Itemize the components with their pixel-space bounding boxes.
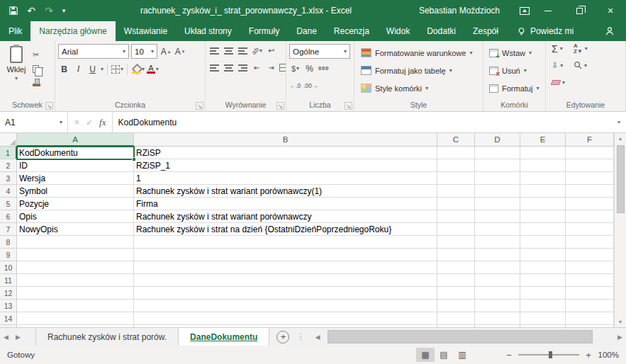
cell-e8[interactable] — [520, 236, 566, 249]
cell-e4[interactable] — [520, 185, 566, 198]
cell-f6[interactable] — [566, 210, 614, 223]
column-header-c[interactable]: C — [437, 133, 475, 147]
ribbon-tab-review[interactable]: Recenzja — [325, 21, 378, 41]
zoom-in-button[interactable]: + — [583, 350, 593, 360]
cell-c4[interactable] — [437, 185, 475, 198]
cell-d7[interactable] — [475, 223, 520, 236]
cell-c1[interactable] — [437, 147, 475, 159]
ribbon-tab-page-layout[interactable]: Układ strony — [176, 21, 240, 41]
ribbon-tab-data[interactable]: Dane — [288, 21, 325, 41]
increase-decimal-button[interactable]: ←.0 — [289, 79, 301, 92]
cell-f3[interactable] — [566, 172, 614, 185]
column-header-f[interactable]: F — [566, 133, 614, 147]
ribbon-tab-team[interactable]: Zespół — [464, 21, 507, 41]
horizontal-scroll-thumb[interactable] — [328, 330, 592, 343]
share-button[interactable] — [605, 21, 615, 41]
cell-f7[interactable] — [566, 223, 614, 236]
prev-sheet-button[interactable]: ◀ — [0, 334, 12, 341]
cell-f14[interactable] — [566, 312, 614, 325]
column-header-d[interactable]: D — [475, 133, 520, 147]
number-format-combo[interactable]: Ogólne ▾ — [289, 44, 350, 59]
sort-filter-button[interactable]: AZ▼▾ — [574, 42, 588, 55]
close-button[interactable]: × — [595, 0, 626, 21]
wrap-text-button[interactable]: ↩ — [265, 44, 277, 57]
borders-button[interactable]: ▾ — [111, 62, 123, 76]
zoom-slider-thumb[interactable] — [549, 351, 552, 358]
cell-d12[interactable] — [475, 287, 520, 300]
redo-button[interactable]: ↷ — [41, 3, 57, 18]
cell-d5[interactable] — [475, 198, 520, 210]
cell-d2[interactable] — [475, 159, 520, 172]
clipboard-dialog-launcher[interactable]: ↘ — [45, 102, 53, 110]
cell-c13[interactable] — [437, 300, 475, 312]
cell-d6[interactable] — [475, 210, 520, 223]
cell-c7[interactable] — [437, 223, 475, 236]
page-break-view-button[interactable]: ▥ — [453, 348, 471, 362]
cell-b1[interactable]: RZiSP — [134, 147, 437, 159]
comma-style-button[interactable]: 000 — [318, 62, 330, 75]
align-bottom-button[interactable] — [237, 44, 249, 57]
horizontal-scrollbar[interactable] — [325, 328, 613, 346]
zoom-out-button[interactable]: − — [504, 350, 514, 360]
cell-e5[interactable] — [520, 198, 566, 210]
row-header-14[interactable]: 14 — [0, 312, 17, 325]
hscroll-right-arrow[interactable]: ▶ — [614, 334, 626, 341]
cell-e7[interactable] — [520, 223, 566, 236]
cell-d9[interactable] — [475, 249, 520, 261]
hscroll-left-arrow[interactable]: ◀ — [311, 334, 323, 341]
save-button[interactable] — [6, 3, 21, 18]
cell-b6[interactable]: Rachunek zysków i strat wariant porównaw… — [134, 210, 437, 223]
cell-styles-button[interactable]: Style komórki▾ — [357, 79, 480, 97]
cell-f2[interactable] — [566, 159, 614, 172]
fill-button[interactable]: ⇩▾ — [552, 59, 565, 72]
cell-e3[interactable] — [520, 172, 566, 185]
cell-c2[interactable] — [437, 159, 475, 172]
cell-a3[interactable]: Wersja — [17, 172, 134, 185]
zoom-slider[interactable] — [518, 354, 579, 356]
cell-a6[interactable]: Opis — [17, 210, 134, 223]
page-layout-view-button[interactable]: ▤ — [435, 348, 453, 362]
cell-f13[interactable] — [566, 300, 614, 312]
cell-f8[interactable] — [566, 236, 614, 249]
increase-font-size-button[interactable]: A▴ — [160, 45, 172, 58]
ribbon-tab-insert[interactable]: Wstawianie — [116, 21, 176, 41]
font-name-combo[interactable]: Arial ▾ — [58, 44, 129, 59]
cell-f11[interactable] — [566, 274, 614, 287]
row-header-3[interactable]: 3 — [0, 172, 17, 185]
cell-a5[interactable]: Pozycje — [17, 198, 134, 210]
minimize-button[interactable]: ─ — [532, 0, 564, 21]
copy-button[interactable]: ▾ — [33, 63, 43, 74]
column-header-e[interactable]: E — [520, 133, 566, 147]
fill-handle[interactable] — [132, 157, 136, 161]
cell-b9[interactable] — [134, 249, 437, 261]
insert-cells-button[interactable]: Wstaw▾ — [486, 44, 542, 62]
cell-b12[interactable] — [134, 287, 437, 300]
vertical-scroll-thumb[interactable] — [617, 145, 625, 213]
cell-c14[interactable] — [437, 312, 475, 325]
ribbon-tab-view[interactable]: Widok — [378, 21, 418, 41]
tell-me-button[interactable]: Powiedz mi — [517, 21, 574, 41]
merge-center-button[interactable]: ▾ — [279, 61, 286, 74]
customize-qat-button[interactable]: ▾ — [59, 3, 69, 18]
paste-button[interactable]: Wklej ▾ — [3, 44, 30, 100]
cell-e1[interactable] — [520, 147, 566, 159]
italic-button[interactable]: I — [72, 62, 84, 76]
cell-f5[interactable] — [566, 198, 614, 210]
format-as-table-button[interactable]: Formatuj jako tabelę▾ — [357, 62, 480, 79]
scroll-down-arrow[interactable]: ▼ — [618, 317, 623, 327]
cell-e9[interactable] — [520, 249, 566, 261]
bold-button[interactable]: B — [58, 62, 70, 76]
cell-a11[interactable] — [17, 274, 134, 287]
fill-color-button[interactable]: ▾ — [131, 62, 145, 76]
align-right-button[interactable] — [237, 61, 249, 74]
cell-a2[interactable]: ID — [17, 159, 134, 172]
row-header-1[interactable]: 1 — [0, 147, 17, 159]
cell-d3[interactable] — [475, 172, 520, 185]
decrease-indent-button[interactable]: ⇤ — [251, 61, 263, 74]
cell-b2[interactable]: RZiSP_1 — [134, 159, 437, 172]
autosum-button[interactable]: Σ▾ — [552, 42, 565, 55]
orientation-button[interactable]: ab▾ — [251, 44, 263, 57]
cell-c8[interactable] — [437, 236, 475, 249]
cell-b7[interactable]: Rachunek zysków i strat na dzień {Ostatn… — [134, 223, 437, 236]
signed-in-user[interactable]: Sebastian Moździoch — [419, 6, 500, 16]
